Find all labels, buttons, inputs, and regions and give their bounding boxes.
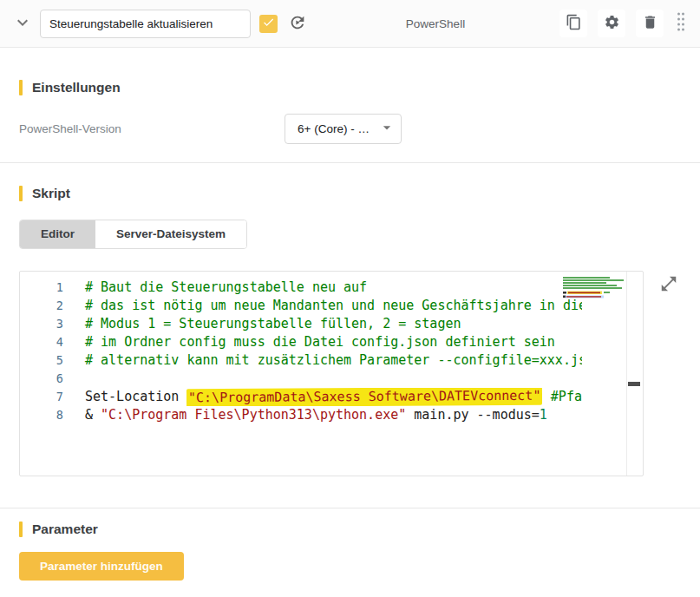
- line-number: 2: [20, 297, 63, 315]
- code-text: # alternativ kann mit zusätzlichem Param…: [63, 351, 582, 370]
- code-text: [63, 370, 582, 388]
- line-number: 1: [20, 279, 63, 297]
- minimap[interactable]: [563, 277, 625, 299]
- powershell-version-dropdown[interactable]: 6+ (Core) - …: [285, 114, 402, 144]
- powershell-version-row: PowerShell-Version 6+ (Core) - …: [19, 114, 681, 144]
- task-editor-panel: PowerShell: [0, 0, 700, 597]
- tab-server-filesystem[interactable]: Server-Dateisystem: [95, 220, 246, 248]
- script-section: Skript Editor Server-Dateisystem 1# Baut…: [0, 163, 700, 508]
- gear-icon: [604, 14, 620, 33]
- line-number: 3: [20, 315, 63, 333]
- scrollbar-thumb[interactable]: [628, 382, 640, 386]
- delete-button[interactable]: [636, 10, 664, 37]
- code-text: Set-Location "C:\ProgramData\Saxess Soft…: [63, 388, 582, 406]
- settings-section: Einstellungen PowerShell-Version 6+ (Cor…: [0, 48, 700, 162]
- copy-icon: [566, 14, 582, 33]
- checkmark-icon: [262, 16, 275, 32]
- settings-button[interactable]: [598, 10, 625, 37]
- line-number: 4: [20, 333, 63, 351]
- rerun-button[interactable]: [284, 10, 311, 37]
- code-text: # Modus 1 = Steuerungstabelle füllen, 2 …: [63, 315, 582, 333]
- add-parameter-button[interactable]: Parameter hinzufügen: [19, 552, 184, 581]
- settings-section-title: Einstellungen: [19, 80, 681, 95]
- code-editor[interactable]: 1# Baut die Steuerungstabelle neu auf2# …: [19, 271, 644, 476]
- line-number: 6: [20, 370, 63, 388]
- caret-down-icon: [378, 119, 396, 140]
- editor-scrollbar[interactable]: [626, 272, 643, 476]
- code-line: 8& "C:\Program Files\Python313\python.ex…: [20, 406, 643, 424]
- line-number: 7: [20, 388, 63, 406]
- code-line: 2# das ist nötig um neue Mandanten und n…: [20, 297, 643, 315]
- settings-title-text: Einstellungen: [32, 80, 121, 95]
- code-text: # das ist nötig um neue Mandanten und ne…: [63, 297, 582, 315]
- tab-editor[interactable]: Editor: [20, 220, 95, 248]
- expand-editor-button[interactable]: [657, 273, 680, 296]
- task-header-bar: PowerShell: [0, 0, 700, 48]
- collapse-button[interactable]: [9, 10, 36, 37]
- code-line: 3# Modus 1 = Steuerungstabelle füllen, 2…: [20, 315, 643, 333]
- code-line: 1# Baut die Steuerungstabelle neu auf: [20, 279, 643, 297]
- section-accent-bar: [19, 80, 23, 95]
- task-type-label: PowerShell: [311, 17, 559, 30]
- drag-dots-icon: [676, 10, 686, 36]
- task-name-input[interactable]: [40, 10, 251, 38]
- script-title-text: Skript: [32, 186, 70, 201]
- line-number: 5: [20, 351, 63, 370]
- powershell-version-label: PowerShell-Version: [19, 122, 285, 135]
- parameter-section: Parameter Parameter hinzufügen: [0, 508, 700, 581]
- code-text: # Baut die Steuerungstabelle neu auf: [63, 279, 582, 297]
- code-line: 4# im Ordner config muss die Datei confi…: [20, 333, 643, 351]
- duplicate-button[interactable]: [559, 10, 587, 37]
- code-line: 5# alternativ kann mit zusätzlichem Para…: [20, 351, 643, 370]
- code-lines: 1# Baut die Steuerungstabelle neu auf2# …: [20, 279, 643, 424]
- chevron-down-icon: [12, 12, 33, 36]
- line-number: 8: [20, 406, 63, 424]
- open-in-full-icon: [659, 283, 678, 296]
- parameter-section-title: Parameter: [19, 522, 681, 537]
- code-line: 6: [20, 370, 643, 388]
- section-accent-bar: [19, 186, 23, 201]
- code-text: & "C:\Program Files\Python313\python.exe…: [63, 406, 582, 424]
- section-accent-bar: [19, 522, 23, 537]
- code-line: 7Set-Location "C:\ProgramData\Saxess Sof…: [20, 388, 643, 406]
- powershell-version-value: 6+ (Core) - …: [298, 122, 370, 135]
- trash-icon: [642, 14, 658, 33]
- code-text: # im Ordner config muss die Datei config…: [63, 333, 582, 351]
- task-enabled-checkbox[interactable]: [259, 15, 278, 33]
- task-actions: [559, 10, 688, 37]
- code-editor-row: 1# Baut die Steuerungstabelle neu auf2# …: [19, 271, 681, 476]
- script-section-title: Skript: [19, 186, 681, 201]
- drag-handle[interactable]: [674, 12, 688, 35]
- script-source-tabs: Editor Server-Dateisystem: [19, 220, 247, 249]
- refresh-play-icon: [288, 13, 307, 35]
- parameter-title-text: Parameter: [32, 522, 98, 537]
